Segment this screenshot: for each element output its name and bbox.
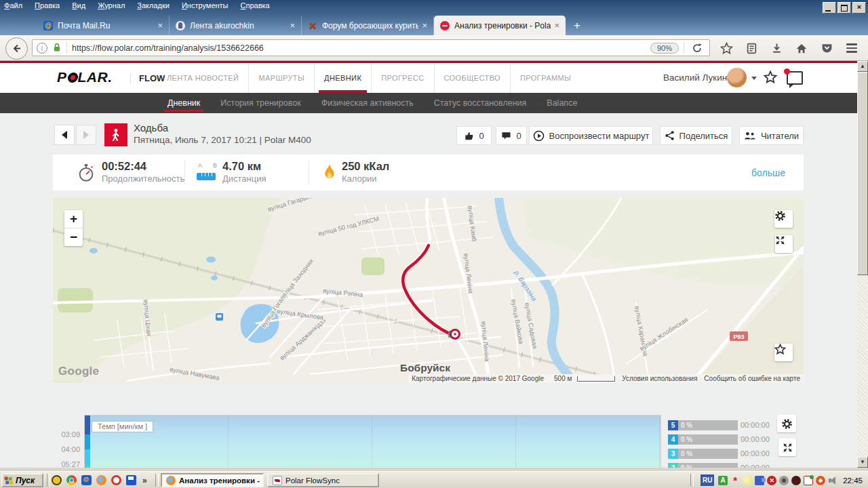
orb-icon[interactable] <box>816 476 825 485</box>
chart-settings-button[interactable] <box>777 415 796 432</box>
leaf-icon[interactable] <box>743 476 752 485</box>
subnav-item[interactable]: Физическая активность <box>311 93 424 113</box>
firefox-icon[interactable] <box>96 475 106 485</box>
site-nav-item[interactable]: ПРОГРАММЫ <box>510 63 580 93</box>
zoom-level-badge[interactable]: 90% <box>650 43 679 54</box>
like-button[interactable]: 0 <box>456 126 492 145</box>
disc-icon[interactable] <box>791 476 801 485</box>
map-fullscreen-button[interactable] <box>775 235 793 253</box>
opera-icon[interactable] <box>111 475 121 485</box>
pocket-icon[interactable] <box>818 40 835 56</box>
avatar[interactable] <box>727 68 747 87</box>
restore-button[interactable] <box>837 2 851 14</box>
reload-button[interactable] <box>689 40 705 56</box>
browser-tab[interactable]: Форум бросающих курить× <box>302 16 434 35</box>
user-name[interactable]: Василий Лукин <box>663 73 727 83</box>
close-button[interactable]: × <box>852 2 866 14</box>
more-link[interactable]: больше <box>751 167 785 178</box>
comments-button[interactable]: 0 <box>496 126 527 145</box>
scroll-up-button[interactable]: ▲ <box>857 61 868 72</box>
report-error-link[interactable]: Сообщить об ошибке на карте <box>701 374 804 383</box>
bookmark-star-icon[interactable] <box>718 40 734 56</box>
thumb-up-icon <box>464 131 474 141</box>
spider-icon[interactable]: * <box>730 476 740 485</box>
coin-icon[interactable] <box>52 475 62 485</box>
downloads-icon[interactable] <box>768 40 785 56</box>
back-button[interactable] <box>5 37 28 60</box>
map-favorite-button[interactable] <box>774 344 793 361</box>
taskbar-clock[interactable]: 22:45 <box>843 476 863 485</box>
map-settings-button[interactable] <box>774 210 793 228</box>
tab-close-icon[interactable]: × <box>290 20 295 30</box>
page-info-icon[interactable]: i <box>37 43 47 54</box>
chevron-down-icon[interactable] <box>751 77 757 80</box>
subnav-item[interactable]: Статус восстановления <box>424 93 537 113</box>
readers-button[interactable]: Читатели <box>739 126 804 145</box>
share-button[interactable]: Поделиться <box>660 126 732 145</box>
replay-route-button[interactable]: Воспроизвести маршрут <box>529 126 653 145</box>
site-nav-item[interactable]: МАРШРУТЫ <box>248 63 314 93</box>
menu-item[interactable]: Справка <box>241 1 270 9</box>
menu-item[interactable]: Правка <box>35 1 60 9</box>
site-nav-item[interactable]: ПРОГРЕСС <box>371 63 433 93</box>
menu-item[interactable]: Вид <box>72 1 85 9</box>
zoom-out-button[interactable]: − <box>64 228 83 246</box>
sync-icon[interactable] <box>804 476 813 485</box>
tab-close-icon[interactable]: × <box>422 20 427 30</box>
prev-session-button[interactable] <box>54 125 75 145</box>
shield-icon[interactable]: ✕ <box>767 476 776 485</box>
floppy-icon[interactable] <box>126 475 136 485</box>
scroll-down-button[interactable]: ▼ <box>857 457 868 468</box>
subnav-item[interactable]: Balance <box>536 93 587 113</box>
zoom-in-button[interactable]: + <box>64 210 83 228</box>
puzzle-icon[interactable] <box>755 476 764 485</box>
browser-tab[interactable]: Анализ тренировки - Polar F...× <box>434 16 566 35</box>
pace-chart[interactable]: Темп [мин/км ] <box>84 415 661 468</box>
toolbar-icons <box>718 39 860 58</box>
subnav-item[interactable]: Дневник <box>157 93 210 113</box>
webcam-icon[interactable] <box>779 476 789 485</box>
menu-item[interactable]: Инструменты <box>182 1 229 9</box>
tab-close-icon[interactable]: × <box>554 20 559 30</box>
site-nav-item[interactable]: ЛЕНТА НОВОСТЕЙ <box>157 63 248 93</box>
home-icon[interactable] <box>793 40 810 56</box>
browser-tab[interactable]: Почта Mail.Ru× <box>37 16 170 35</box>
minimize-button[interactable] <box>823 2 836 14</box>
duration-value: 00:52:44 <box>102 160 146 173</box>
menu-hamburger-icon[interactable] <box>844 40 860 56</box>
address-bar[interactable]: i https://flow.polar.com/training/analys… <box>32 39 710 56</box>
polar-logo[interactable]: PLAR. <box>57 69 113 85</box>
site-nav-item[interactable]: СООБЩЕСТВО <box>434 63 511 93</box>
browser-tab[interactable]: Лента akurochkin× <box>170 16 302 35</box>
new-tab-button[interactable]: + <box>566 19 589 35</box>
terms-link[interactable]: Условия использования <box>618 374 701 383</box>
favorites-star-icon[interactable] <box>764 70 777 86</box>
quick-launch-overflow[interactable]: » <box>141 476 149 485</box>
speaker-icon[interactable] <box>828 476 837 485</box>
browser-toolbar: i https://flow.polar.com/training/analys… <box>0 35 868 61</box>
tab-close-icon[interactable]: × <box>157 20 163 30</box>
bookmarks-panel-icon[interactable] <box>743 40 760 56</box>
menu-item[interactable]: Журнал <box>98 1 125 9</box>
transit-station-icon[interactable] <box>216 313 223 321</box>
map-attribution: Картографические данные © 2017 Google 50… <box>408 373 804 383</box>
url-text[interactable]: https://flow.polar.com/training/analysis… <box>72 43 264 53</box>
taskbar-task[interactable]: Polar FlowSync <box>267 473 379 487</box>
aimp-icon[interactable]: A <box>718 476 728 485</box>
chrome-icon[interactable] <box>66 475 77 485</box>
calories-value: 250 кКал <box>342 160 389 173</box>
taskbar-task[interactable]: Анализ тренировки - ... <box>161 473 264 487</box>
route-map[interactable]: Р93 вуліца Гагарынавуліца 50 год УЛКСМву… <box>53 198 804 383</box>
next-session-button[interactable] <box>76 125 96 145</box>
notifications-icon[interactable] <box>787 71 803 85</box>
start-button[interactable]: Пуск <box>1 473 43 487</box>
site-nav-item[interactable]: ДНЕВНИК <box>314 63 371 93</box>
mailru-icon[interactable] <box>81 475 92 485</box>
language-indicator[interactable]: RU <box>701 474 714 486</box>
menu-item[interactable]: Закладки <box>137 1 170 9</box>
page-scrollbar[interactable]: ▲ ▼ <box>857 61 868 468</box>
scroll-thumb[interactable] <box>857 72 868 275</box>
chart-fullscreen-button[interactable] <box>778 439 796 456</box>
subnav-item[interactable]: История тренировок <box>210 93 311 113</box>
menu-item[interactable]: Файл <box>4 1 22 9</box>
